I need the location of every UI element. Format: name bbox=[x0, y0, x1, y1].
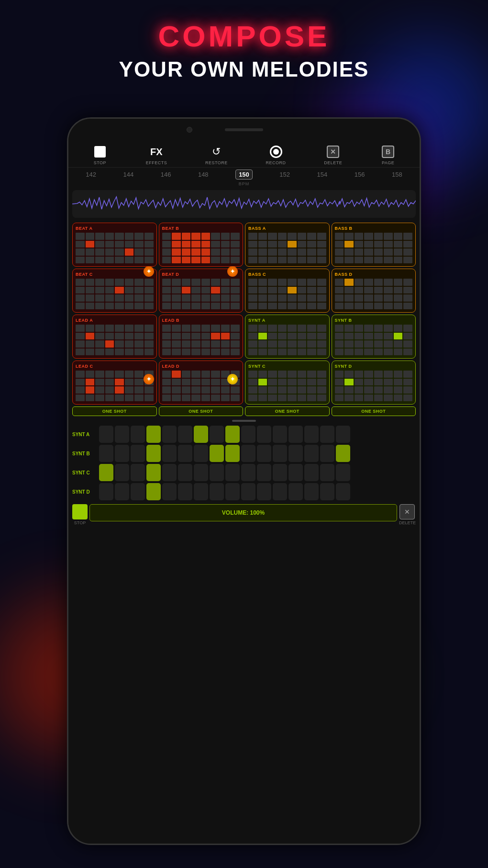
bpm-value-154[interactable]: 154 bbox=[317, 171, 328, 178]
seq-cell-0-6[interactable] bbox=[194, 426, 208, 443]
seq-cell-3-7[interactable] bbox=[210, 483, 224, 500]
seq-cell-1-10[interactable] bbox=[257, 445, 271, 462]
one-shot-button-0[interactable]: ONE SHOT bbox=[72, 406, 157, 416]
bpm-value-144[interactable]: 144 bbox=[123, 171, 133, 178]
seq-cell-1-9[interactable] bbox=[241, 445, 255, 462]
seq-cell-3-4[interactable] bbox=[162, 483, 177, 500]
pad-bass-d[interactable]: BASS D bbox=[332, 269, 416, 313]
seq-cell-1-14[interactable] bbox=[320, 445, 334, 462]
seq-cell-0-8[interactable] bbox=[225, 426, 240, 443]
seq-cell-2-5[interactable] bbox=[178, 464, 192, 481]
delete-button[interactable]: ✕ DELETE bbox=[324, 144, 342, 165]
seq-cell-2-4[interactable] bbox=[162, 464, 177, 481]
seq-cell-0-4[interactable] bbox=[162, 426, 177, 443]
seq-cell-1-2[interactable] bbox=[131, 445, 145, 462]
seq-cell-2-0[interactable] bbox=[99, 464, 113, 481]
bottom-stop-button[interactable] bbox=[72, 504, 88, 519]
seq-cell-3-11[interactable] bbox=[273, 483, 287, 500]
one-shot-button-1[interactable]: ONE SHOT bbox=[159, 406, 244, 416]
seq-cell-1-3[interactable] bbox=[146, 445, 161, 462]
pad-bass-c[interactable]: BASS C bbox=[245, 269, 330, 313]
seq-cell-0-7[interactable] bbox=[210, 426, 224, 443]
page-button[interactable]: B PAGE bbox=[380, 144, 396, 165]
pad-synt-a[interactable]: SYNT A bbox=[245, 315, 330, 359]
pad-bass-b[interactable]: BASS B bbox=[332, 223, 416, 267]
seq-cell-0-10[interactable] bbox=[257, 426, 271, 443]
pad-lead-a[interactable]: LEAD A bbox=[72, 315, 157, 359]
seq-cell-2-1[interactable] bbox=[115, 464, 129, 481]
seq-cell-3-10[interactable] bbox=[257, 483, 271, 500]
bpm-value-158[interactable]: 158 bbox=[392, 171, 402, 178]
seq-cell-3-13[interactable] bbox=[304, 483, 319, 500]
cross-button-4[interactable]: ✦ bbox=[227, 374, 238, 384]
cross-button-2[interactable]: ✦ bbox=[227, 266, 238, 277]
bpm-value-148[interactable]: 148 bbox=[198, 171, 209, 178]
seq-cell-2-12[interactable] bbox=[288, 464, 303, 481]
seq-cell-2-9[interactable] bbox=[241, 464, 255, 481]
pad-beat-a[interactable]: BEAT A bbox=[72, 223, 157, 267]
seq-cell-3-1[interactable] bbox=[115, 483, 129, 500]
seq-cell-2-10[interactable] bbox=[257, 464, 271, 481]
one-shot-button-3[interactable]: ONE SHOT bbox=[332, 406, 416, 416]
bpm-value-150[interactable]: 150 bbox=[235, 169, 253, 180]
seq-cell-0-11[interactable] bbox=[273, 426, 287, 443]
seq-cell-0-0[interactable] bbox=[99, 426, 113, 443]
seq-cell-3-0[interactable] bbox=[99, 483, 113, 500]
seq-cell-1-0[interactable] bbox=[99, 445, 113, 462]
seq-cell-0-2[interactable] bbox=[131, 426, 145, 443]
seq-cell-3-6[interactable] bbox=[194, 483, 208, 500]
pad-bass-a[interactable]: BASS A bbox=[245, 223, 330, 267]
seq-cell-0-1[interactable] bbox=[115, 426, 129, 443]
bottom-delete-button[interactable]: ✕ bbox=[399, 504, 415, 519]
seq-cell-1-7[interactable] bbox=[210, 445, 224, 462]
seq-cell-0-3[interactable] bbox=[146, 426, 161, 443]
seq-cell-3-14[interactable] bbox=[320, 483, 334, 500]
seq-cell-3-15[interactable] bbox=[336, 483, 350, 500]
seq-cell-2-7[interactable] bbox=[210, 464, 224, 481]
seq-cell-3-9[interactable] bbox=[241, 483, 255, 500]
restore-button[interactable]: ↺ RESTORE bbox=[205, 144, 228, 165]
pad-synt-d[interactable]: SYNT D bbox=[332, 361, 416, 405]
stop-button[interactable]: STOP bbox=[92, 144, 108, 165]
seq-cell-0-14[interactable] bbox=[320, 426, 334, 443]
pad-beat-b[interactable]: BEAT B bbox=[159, 223, 244, 267]
divider-handle[interactable] bbox=[68, 418, 420, 424]
seq-cell-2-2[interactable] bbox=[131, 464, 145, 481]
pad-lead-c[interactable]: LEAD C bbox=[72, 361, 157, 405]
seq-cell-0-12[interactable] bbox=[288, 426, 303, 443]
one-shot-button-2[interactable]: ONE SHOT bbox=[245, 406, 330, 416]
seq-cell-1-8[interactable] bbox=[225, 445, 240, 462]
seq-cell-3-12[interactable] bbox=[288, 483, 303, 500]
seq-cell-3-5[interactable] bbox=[178, 483, 192, 500]
seq-cell-3-3[interactable] bbox=[146, 483, 161, 500]
bpm-value-142[interactable]: 142 bbox=[86, 171, 96, 178]
volume-bar[interactable]: VOLUME: 100% bbox=[89, 504, 397, 521]
seq-cell-2-3[interactable] bbox=[146, 464, 161, 481]
seq-cell-1-4[interactable] bbox=[162, 445, 177, 462]
seq-cell-1-12[interactable] bbox=[288, 445, 303, 462]
seq-cell-1-15[interactable] bbox=[336, 445, 350, 462]
seq-cell-3-2[interactable] bbox=[131, 483, 145, 500]
seq-cell-3-8[interactable] bbox=[225, 483, 240, 500]
seq-cell-2-6[interactable] bbox=[194, 464, 208, 481]
record-button[interactable]: RECORD bbox=[266, 144, 286, 165]
seq-cell-2-8[interactable] bbox=[225, 464, 240, 481]
fx-button[interactable]: FX EFFECTS bbox=[146, 144, 167, 165]
pad-lead-b[interactable]: LEAD B bbox=[159, 315, 244, 359]
bpm-value-146[interactable]: 146 bbox=[161, 171, 171, 178]
seq-cell-1-13[interactable] bbox=[304, 445, 319, 462]
seq-cell-1-11[interactable] bbox=[273, 445, 287, 462]
seq-cell-2-11[interactable] bbox=[273, 464, 287, 481]
pad-synt-c[interactable]: SYNT C bbox=[245, 361, 330, 405]
cross-button-3[interactable]: ✦ bbox=[144, 374, 154, 384]
seq-cell-1-1[interactable] bbox=[115, 445, 129, 462]
bpm-value-156[interactable]: 156 bbox=[355, 171, 365, 178]
pad-beat-c[interactable]: BEAT C bbox=[72, 269, 157, 313]
cross-button-1[interactable]: ✦ bbox=[144, 266, 154, 277]
seq-cell-0-13[interactable] bbox=[304, 426, 319, 443]
seq-cell-0-9[interactable] bbox=[241, 426, 255, 443]
bpm-value-152[interactable]: 152 bbox=[279, 171, 290, 178]
seq-cell-2-15[interactable] bbox=[336, 464, 350, 481]
pad-synt-b[interactable]: SYNT B bbox=[332, 315, 416, 359]
seq-cell-1-5[interactable] bbox=[178, 445, 192, 462]
